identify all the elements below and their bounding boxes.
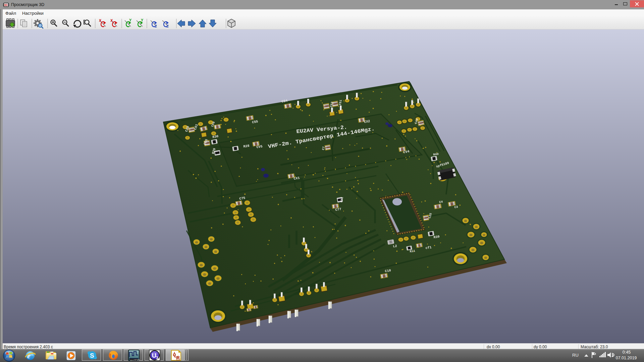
svg-text:S: S (90, 352, 94, 359)
svg-text:e: e (27, 352, 31, 360)
svg-text:Y: Y (129, 18, 132, 22)
svg-text:C7: C7 (322, 146, 326, 150)
svg-text:X: X (99, 18, 102, 22)
svg-text:Y: Y (141, 18, 144, 22)
svg-text:L2: L2 (393, 244, 397, 248)
svg-text:3: 3 (156, 356, 158, 360)
svg-text:X: X (110, 18, 113, 22)
svg-text:openHPSDR: openHPSDR (130, 359, 140, 361)
svg-text:C3: C3 (454, 205, 458, 209)
